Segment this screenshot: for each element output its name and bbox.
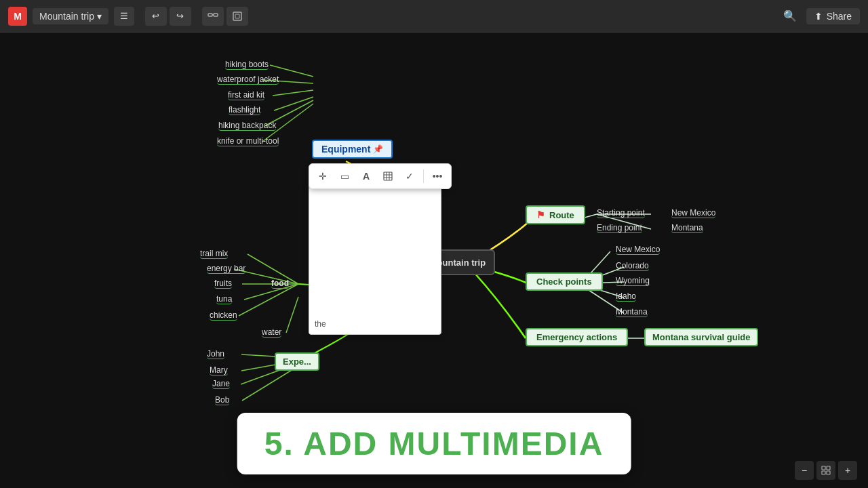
svg-rect-36 xyxy=(827,466,830,470)
equipment-node[interactable]: Equipment 📌 xyxy=(312,140,393,159)
svg-rect-0 xyxy=(208,14,212,16)
leaf-cp-nm: New Mexico xyxy=(616,245,660,255)
leaf-trail-mix: trail mix xyxy=(200,249,228,259)
panel-text-content: the xyxy=(315,319,326,329)
zoom-fit-button[interactable] xyxy=(816,461,835,480)
leaf-knife: knife or multi-tool xyxy=(217,136,279,146)
check-tool-button[interactable]: ✓ xyxy=(400,167,419,186)
svg-line-25 xyxy=(286,297,298,333)
route-node[interactable]: ⚑ Route xyxy=(526,205,585,224)
canvas[interactable]: hiking boots waterproof jacket first aid… xyxy=(0,33,868,488)
leaf-mary: Mary xyxy=(210,365,228,375)
leaf-jane: Jane xyxy=(212,379,230,389)
leaf-montana-guide: Montana survival guide xyxy=(644,328,758,346)
undo-button[interactable]: ↩ xyxy=(145,7,167,26)
leaf-first-aid-kit: first aid kit xyxy=(228,90,264,100)
share-button[interactable]: ⬆ Share xyxy=(806,8,860,24)
food-node: food xyxy=(271,279,289,289)
emergency-node[interactable]: Emergency actions xyxy=(526,328,628,346)
title-button[interactable]: Mountain trip ▾ xyxy=(33,8,108,24)
leaf-cp-co: Colorado xyxy=(616,261,649,271)
leaf-john: John xyxy=(207,349,224,359)
history-toolbar: ↩ ↪ xyxy=(145,7,191,26)
svg-rect-4 xyxy=(235,14,239,18)
zoom-controls: − + xyxy=(795,461,857,480)
leaf-waterproof-jacket: waterproof jacket xyxy=(217,75,279,85)
expedition-node[interactable]: Expe... xyxy=(275,352,319,371)
redo-button[interactable]: ↪ xyxy=(170,7,191,26)
svg-rect-35 xyxy=(822,466,825,470)
svg-rect-1 xyxy=(214,14,218,16)
svg-rect-3 xyxy=(233,12,241,20)
search-button[interactable]: 🔍 xyxy=(779,7,801,26)
leaf-starting-point-value: New Mexico xyxy=(671,208,715,218)
connect-button[interactable] xyxy=(202,7,224,26)
leaf-cp-id: Idaho xyxy=(616,291,636,302)
document-title: Mountain trip xyxy=(39,11,94,22)
shape-tool-button[interactable]: ▭ xyxy=(335,167,354,186)
equipment-popup: Equipment 📌 ✛ ▭ A ✓ ••• xyxy=(312,140,393,159)
leaf-fruits: fruits xyxy=(214,279,232,289)
leaf-flashlight: flashlight xyxy=(229,105,260,115)
equipment-toolbar: ✛ ▭ A ✓ ••• xyxy=(309,163,452,189)
leaf-ending-point-label: Ending point xyxy=(597,223,642,233)
leaf-cp-mt: Montana xyxy=(616,307,648,317)
leaf-chicken: chicken xyxy=(210,310,237,321)
move-tool-button[interactable]: ✛ xyxy=(313,167,332,186)
leaf-cp-wy: Wyoming xyxy=(616,276,650,286)
zoom-out-button[interactable]: − xyxy=(795,461,814,480)
leaf-hiking-boots: hiking boots xyxy=(225,60,269,70)
more-tool-button[interactable]: ••• xyxy=(428,167,447,186)
leaf-ending-point-value: Montana xyxy=(671,223,703,233)
svg-rect-38 xyxy=(827,471,830,474)
svg-line-7 xyxy=(273,90,313,96)
leaf-bob: Bob xyxy=(215,395,229,405)
bottom-banner: 5. ADD MULTIMEDIA xyxy=(237,413,631,474)
pin-icon: 📌 xyxy=(373,144,383,154)
header-right: 🔍 ⬆ Share xyxy=(779,7,860,26)
svg-line-29 xyxy=(242,366,298,401)
svg-line-24 xyxy=(239,284,298,316)
leaf-energy-bar: energy bar xyxy=(207,264,245,274)
insert-toolbar xyxy=(202,7,248,26)
menu-button[interactable]: ☰ xyxy=(114,7,134,26)
frame-button[interactable] xyxy=(226,7,248,26)
table-tool-button[interactable] xyxy=(378,167,397,186)
leaf-starting-point-label: Starting point xyxy=(597,208,645,218)
water-node: water xyxy=(262,327,281,338)
text-tool-button[interactable]: A xyxy=(357,167,376,186)
svg-rect-30 xyxy=(384,172,392,180)
app-icon: M xyxy=(8,7,27,26)
leaf-hiking-backpack: hiking backpack xyxy=(218,121,276,131)
checkpoints-node[interactable]: Check points xyxy=(526,272,603,291)
svg-rect-37 xyxy=(822,471,825,474)
banner-text: 5. ADD MULTIMEDIA xyxy=(264,425,604,462)
header: M Mountain trip ▾ ☰ ↩ ↪ 🔍 ⬆ Share xyxy=(0,0,868,33)
text-panel[interactable]: the xyxy=(309,183,441,335)
leaf-tuna: tuna xyxy=(216,294,232,304)
zoom-in-button[interactable]: + xyxy=(838,461,857,480)
